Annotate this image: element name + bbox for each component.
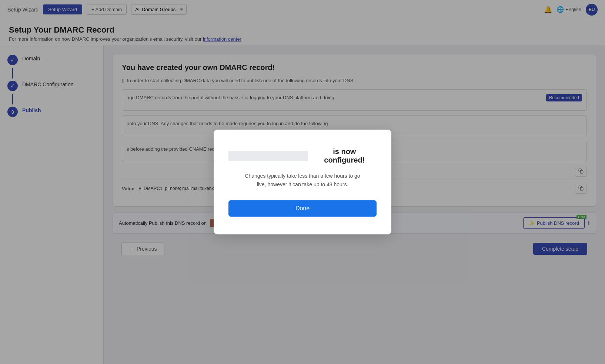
modal-body-text: Changes typically take less than a few h… [228,172,377,188]
modal-domain-bar [228,151,308,161]
modal-overlay[interactable]: is now configured! Changes typically tak… [0,0,605,364]
success-modal: is now configured! Changes typically tak… [214,130,391,234]
modal-title: is now configured! [228,147,377,164]
modal-done-button[interactable]: Done [228,200,377,217]
